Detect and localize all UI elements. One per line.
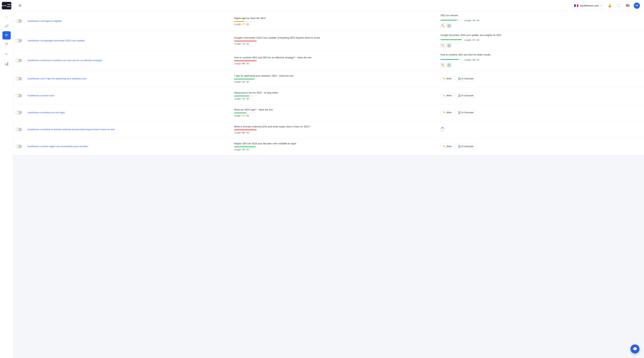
- url-cell: hacktheseo.com/googles-december-2024-cor…: [24, 37, 231, 45]
- meta-length-bar: [234, 21, 244, 22]
- suggestion-length-text: Length: 57 / 60: [464, 39, 479, 41]
- table-row: hacktheseo.com/seo-tool/ Advanced AI too…: [13, 87, 644, 104]
- meta-length-value: 68: [242, 62, 244, 65]
- suggestion-content: SEO sur mesure. Length: 44 / 60 ✏️ 🔄: [440, 14, 641, 28]
- hamburger-button[interactable]: ☰: [17, 2, 23, 9]
- toggle-switch[interactable]: [16, 111, 22, 114]
- write-button[interactable]: ✏️ Write: [440, 144, 454, 149]
- refresh-button[interactable]: 🔄: [446, 63, 451, 67]
- svg-rect-1: [5, 35, 8, 35]
- action-cell: ✏️ Write 🔄 AI Generate: [438, 73, 644, 84]
- url-cell: hacktheseo.com/les-regles-seo-essentiell…: [24, 142, 231, 150]
- suggestion-length-value: 44: [472, 19, 475, 22]
- suggestion-bar-wrap: [440, 20, 463, 20]
- write-button[interactable]: ✏️ Write: [440, 93, 454, 98]
- meta-length-value: 55: [242, 80, 244, 83]
- edit-button[interactable]: ✏️: [440, 63, 445, 67]
- table-row: hacktheseo.com/how-to-combine-seo-and-se…: [13, 51, 644, 70]
- url-text[interactable]: hacktheseo.com/seo-tool/: [28, 94, 54, 97]
- meta-length-bar: [234, 129, 257, 130]
- suggestion-text: Google December 2024 core update: key in…: [440, 34, 641, 37]
- toggle-switch[interactable]: [16, 145, 22, 148]
- avatar[interactable]: HS: [634, 2, 640, 9]
- svg-rect-2: [5, 36, 7, 36]
- table-container: hacktheseo.com/agence-digitale/ Digital …: [13, 11, 644, 358]
- suggestion-bar-wrap: [440, 39, 463, 40]
- sidebar-item-chart[interactable]: 📊: [2, 59, 11, 68]
- toggle-knob: [16, 59, 19, 62]
- suggestion-bar-wrap: [440, 59, 463, 60]
- ai-generate-button[interactable]: 🔄 AI Generate: [456, 76, 476, 81]
- meta-length-value: 58: [242, 148, 244, 151]
- sidebar: HACKTHE SEO! ⌂ 📈 AB✓ ✎ 📊: [0, 0, 13, 358]
- meta-title-cell: Règles SEO de 2024 pour Booster votre vi…: [231, 139, 438, 154]
- toggle-cell: [13, 57, 24, 64]
- meta-length-bar: [234, 146, 256, 147]
- toggle-cell: [13, 92, 24, 99]
- sidebar-item-content[interactable]: [2, 31, 11, 39]
- edit-button[interactable]: ✏️: [440, 43, 445, 48]
- france-flag-icon: 🇫🇷: [574, 3, 578, 8]
- toggle-switch[interactable]: [16, 94, 22, 97]
- meta-bar-wrap: [234, 21, 257, 22]
- toggle-switch[interactable]: [16, 77, 22, 80]
- toggle-switch[interactable]: [16, 128, 22, 131]
- refresh-button[interactable]: 🔄: [446, 23, 451, 28]
- meta-length-bar: [234, 60, 257, 61]
- ai-generate-button[interactable]: 🔄 AI Generate: [456, 93, 476, 98]
- suggestion-length-value: 57: [472, 39, 475, 41]
- notification-bell-icon[interactable]: 🔔: [606, 2, 613, 9]
- ai-generate-button[interactable]: 🔄 AI Generate: [456, 110, 476, 115]
- action-cell: ✏️ Write 🔄 AI Generate: [438, 107, 644, 118]
- toggle-knob: [16, 20, 19, 22]
- sidebar-item-write[interactable]: ✎: [2, 50, 11, 58]
- ai-generate-button[interactable]: 🔄 AI Generate: [456, 144, 476, 149]
- sidebar-item-home[interactable]: ⌂: [2, 12, 11, 21]
- url-text[interactable]: hacktheseo.com/what-are-seo-tags/: [28, 111, 65, 114]
- meta-bar-wrap: [234, 113, 257, 113]
- meta-title-text: Google's December 2024 Core Update: Ever…: [234, 36, 434, 39]
- toggle-cell: [13, 17, 24, 25]
- meta-length-bar: [234, 79, 254, 79]
- meta-title-cell: Google's December 2024 Core Update: Ever…: [231, 33, 438, 48]
- meta-title-text: 7 tips for optimizing your website's SEO…: [234, 74, 434, 77]
- url-text[interactable]: hacktheseo.com/what-is-domain-authority-…: [28, 128, 115, 131]
- sidebar-item-analytics[interactable]: 📈: [2, 22, 11, 30]
- refresh-button[interactable]: 🔄: [446, 43, 451, 48]
- chat-bubble-button[interactable]: 💬: [630, 345, 640, 354]
- suggestion-length-value: 48: [472, 58, 475, 61]
- url-text[interactable]: hacktheseo.com/agence-digitale/: [28, 20, 62, 22]
- meta-title-text: Règles SEO de 2024 pour Booster votre vi…: [234, 142, 434, 145]
- meta-length-text: Length: 41 / 60: [234, 97, 249, 100]
- language-selector[interactable]: 🇺🇸: [624, 2, 631, 9]
- table-row: hacktheseo.com/googles-december-2024-cor…: [13, 31, 644, 51]
- edit-button[interactable]: ✏️: [440, 23, 445, 28]
- toggle-switch[interactable]: [16, 19, 22, 23]
- url-text[interactable]: hacktheseo.com/7-tips-for-optimizing-you…: [28, 77, 86, 80]
- url-text[interactable]: hacktheseo.com/how-to-combine-seo-and-se…: [28, 59, 102, 62]
- action-buttons: ✏️ Write 🔄 AI Generate: [440, 144, 641, 149]
- meta-title-text: What are SEO tags? - Hack the seo: [234, 108, 434, 111]
- url-text[interactable]: hacktheseo.com/googles-december-2024-cor…: [28, 39, 85, 42]
- write-button[interactable]: ✏️ Write: [440, 110, 454, 115]
- domain-name: hacktheseo.com: [580, 4, 599, 7]
- url-text[interactable]: hacktheseo.com/les-regles-seo-essentiell…: [28, 145, 88, 148]
- sidebar-item-ab-test[interactable]: AB✓: [2, 41, 11, 49]
- action-cell: Google December 2024 core update: key in…: [438, 31, 644, 51]
- action-cell: ✏️ Write 🔄 AI Generate: [438, 90, 644, 101]
- suggestion-length-row: Length: 57 / 60: [440, 39, 641, 41]
- meta-title-cell: What is Domain Authority (DA) and what i…: [231, 122, 438, 137]
- toggle-knob: [16, 111, 19, 114]
- toggle-switch[interactable]: [16, 59, 22, 62]
- toggle-switch[interactable]: [16, 39, 22, 42]
- meta-length-value: 33: [242, 114, 244, 117]
- suggestion-length-row: Length: 48 / 60: [440, 58, 641, 61]
- meta-length-text: Length: 27 / 60: [234, 23, 249, 25]
- suggestion-length-text: Length: 48 / 60: [464, 58, 479, 61]
- meta-length-text: Length: 73 / 60: [234, 42, 249, 45]
- meta-title-cell: 7 tips for optimizing your website's SEO…: [231, 71, 438, 86]
- logo[interactable]: HACKTHE SEO!: [2, 2, 11, 9]
- write-button[interactable]: ✏️ Write: [440, 76, 454, 81]
- expand-icon[interactable]: ⛶: [616, 2, 622, 9]
- domain-selector[interactable]: 🇫🇷 hacktheseo.com ▾: [572, 2, 604, 9]
